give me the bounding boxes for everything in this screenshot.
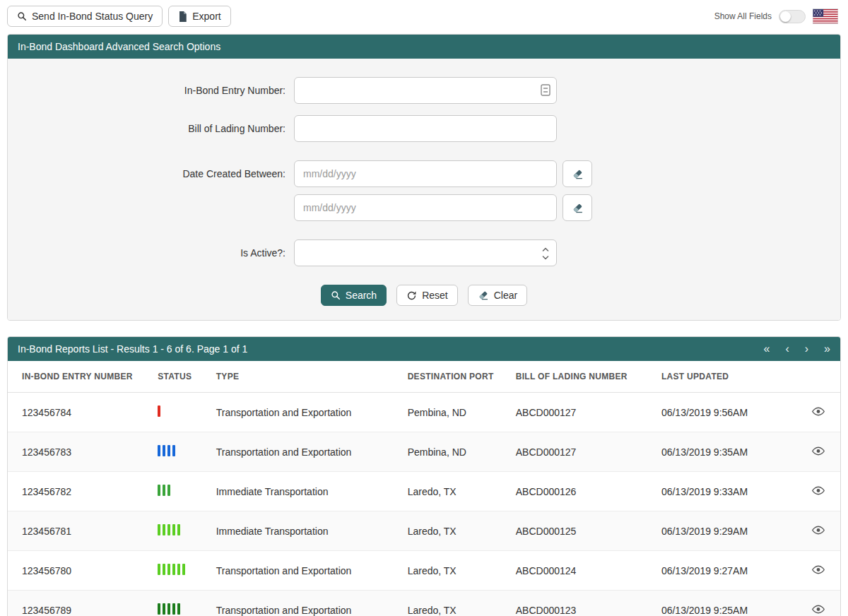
cell-destination-port: Laredo, TX — [399, 591, 507, 616]
cell-last-updated: 06/13/2019 9:25AM — [653, 591, 799, 616]
date-to-field-wrap — [294, 194, 557, 221]
table-row: 123456783Transportation and ExportationP… — [8, 432, 840, 472]
view-row-button[interactable] — [812, 446, 825, 456]
status-bars — [158, 524, 180, 535]
status-bar — [163, 445, 165, 456]
search-actions-row: Search Reset Clear — [8, 285, 840, 306]
date-to-input[interactable] — [294, 194, 557, 221]
table-row: 123456789Transportation and ExportationL… — [8, 591, 840, 616]
col-header-updated: LAST UPDATED — [653, 361, 799, 393]
date-from-input[interactable] — [294, 160, 557, 187]
search-button-label: Search — [346, 290, 377, 301]
eye-icon — [812, 565, 825, 574]
us-flag-icon[interactable] — [813, 8, 838, 24]
date-to-clear-button[interactable] — [563, 194, 592, 221]
send-inbond-status-query-button[interactable]: Send In-Bond Status Query — [7, 6, 163, 27]
cell-entry-number: 123456782 — [8, 472, 149, 511]
status-bar — [177, 603, 180, 615]
status-bar — [167, 445, 170, 456]
eye-icon — [812, 446, 825, 456]
reports-header-pager: « ‹ › » — [764, 343, 830, 355]
view-row-button[interactable] — [812, 565, 825, 574]
toggle-knob — [780, 11, 791, 22]
eraser-icon — [572, 168, 584, 180]
status-bar — [177, 564, 180, 575]
cell-last-updated: 06/13/2019 9:35AM — [653, 432, 799, 472]
first-page-button[interactable]: « — [764, 343, 770, 355]
status-bar — [172, 445, 175, 456]
advanced-search-body: In-Bond Entry Number: Bill of Lading Num… — [8, 59, 840, 320]
is-active-select[interactable] — [294, 239, 557, 266]
select-spinner-icon — [542, 246, 549, 261]
show-all-fields-toggle[interactable] — [779, 10, 806, 23]
view-row-button[interactable] — [812, 526, 825, 535]
date-from-clear-button[interactable] — [563, 160, 592, 187]
entry-number-label: In-Bond Entry Number: — [8, 85, 294, 96]
export-file-icon — [178, 11, 187, 22]
cell-type: Immediate Transportation — [208, 511, 399, 551]
top-toolbar: Send In-Bond Status Query Export Show Al… — [0, 0, 848, 31]
cell-type: Transportation and Exportation — [208, 551, 399, 591]
date-to-row — [8, 194, 840, 221]
view-row-button[interactable] — [812, 407, 825, 416]
reports-title: In-Bond Reports List - Results 1 - 6 of … — [18, 343, 247, 355]
view-row-button[interactable] — [812, 486, 825, 495]
status-bar — [163, 485, 165, 496]
cell-entry-number: 123456784 — [8, 393, 149, 432]
advanced-search-title: In-Bond Dashboard Advanced Search Option… — [18, 41, 220, 52]
reset-button[interactable]: Reset — [396, 285, 458, 306]
is-active-row: Is Active?: — [8, 239, 840, 266]
status-bar — [172, 603, 175, 615]
bol-row: Bill of Lading Number: — [8, 115, 840, 142]
last-page-button[interactable]: » — [824, 343, 830, 355]
table-row: 123456782Immediate TransportationLaredo,… — [8, 472, 840, 511]
date-from-row: Date Created Between: — [8, 160, 840, 187]
status-bar — [163, 603, 165, 615]
reports-panel-header: In-Bond Reports List - Results 1 - 6 of … — [8, 337, 840, 361]
cell-bol-number: ABCD000127 — [507, 393, 653, 432]
cell-bol-number: ABCD000123 — [507, 591, 653, 616]
cell-destination-port: Pembina, ND — [399, 432, 507, 472]
status-bar — [158, 524, 160, 535]
reports-table: IN-BOND ENTRY NUMBER STATUS TYPE DESTINA… — [8, 361, 840, 616]
eraser-icon — [478, 290, 489, 301]
status-bar — [158, 603, 160, 615]
next-page-button[interactable]: › — [805, 343, 808, 355]
export-label: Export — [192, 11, 220, 22]
export-button[interactable]: Export — [168, 6, 230, 27]
cell-entry-number: 123456783 — [8, 432, 149, 472]
cell-type: Immediate Transportation — [208, 472, 399, 511]
cell-last-updated: 06/13/2019 9:33AM — [653, 472, 799, 511]
bol-input[interactable] — [294, 115, 557, 142]
search-icon — [331, 290, 341, 300]
view-row-button[interactable] — [812, 605, 825, 614]
status-bar — [172, 564, 175, 575]
prev-page-button[interactable]: ‹ — [785, 343, 789, 355]
status-bar — [167, 524, 170, 535]
status-bar — [172, 524, 175, 535]
bol-label: Bill of Lading Number: — [8, 123, 294, 134]
col-header-type: TYPE — [208, 361, 399, 393]
cell-destination-port: Laredo, TX — [399, 511, 507, 551]
status-bar — [163, 524, 165, 535]
reports-panel: In-Bond Reports List - Results 1 - 6 of … — [7, 336, 841, 616]
cell-type: Transportation and Exportation — [208, 591, 399, 616]
entry-number-input[interactable] — [294, 77, 557, 104]
status-bars — [158, 564, 185, 575]
search-button[interactable]: Search — [321, 285, 387, 306]
eraser-icon — [572, 202, 584, 214]
cell-entry-number: 123456781 — [8, 511, 149, 551]
reset-button-label: Reset — [422, 290, 448, 301]
cell-last-updated: 06/13/2019 9:56AM — [653, 393, 799, 432]
status-bar — [167, 485, 170, 496]
cell-destination-port: Laredo, TX — [399, 472, 507, 511]
cell-bol-number: ABCD000126 — [507, 472, 653, 511]
send-inbond-status-query-label: Send In-Bond Status Query — [32, 11, 153, 22]
clear-button[interactable]: Clear — [468, 285, 527, 306]
table-row: 123456780Transportation and ExportationL… — [8, 551, 840, 591]
eye-icon — [812, 526, 825, 535]
status-bar — [163, 564, 165, 575]
reset-icon — [406, 290, 417, 301]
toolbar-right-group: Show All Fields — [714, 8, 841, 24]
cell-entry-number: 123456789 — [8, 591, 149, 616]
